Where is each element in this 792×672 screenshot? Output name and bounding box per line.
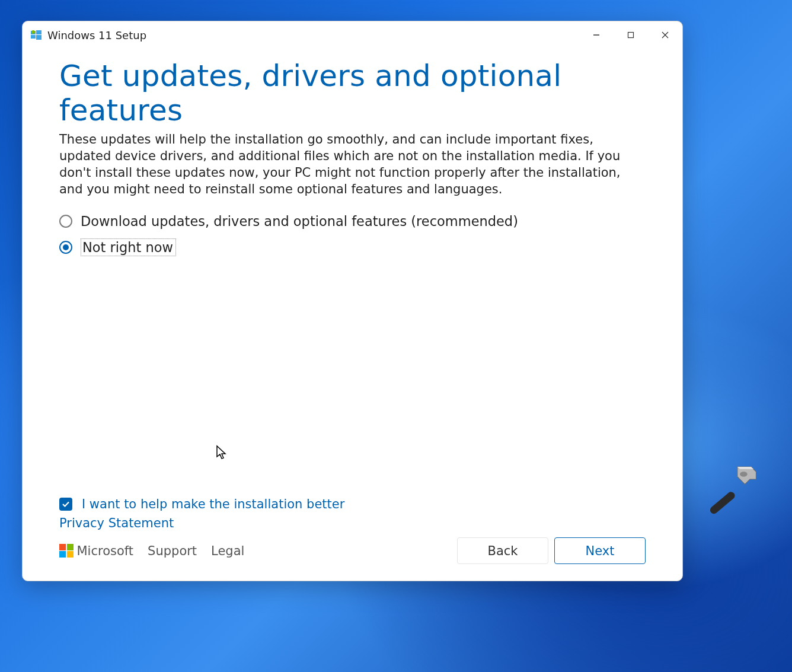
- svg-rect-3: [36, 35, 41, 40]
- navigation-buttons: Back Next: [457, 537, 646, 564]
- support-link[interactable]: Support: [148, 544, 197, 558]
- svg-rect-1: [36, 30, 41, 34]
- titlebar[interactable]: Windows 11 Setup: [23, 21, 682, 49]
- page-description: These updates will help the installation…: [59, 131, 646, 198]
- svg-rect-2: [31, 35, 36, 39]
- svg-point-4: [31, 30, 35, 34]
- next-button[interactable]: Next: [554, 537, 646, 564]
- minimize-button[interactable]: [579, 21, 614, 49]
- back-button[interactable]: Back: [457, 537, 548, 564]
- radio-unchecked-icon: [59, 215, 72, 228]
- option-not-now-label: Not right now: [81, 238, 176, 256]
- help-checkbox-label: I want to help make the installation bet…: [82, 497, 344, 511]
- option-download-updates[interactable]: Download updates, drivers and optional f…: [59, 214, 646, 229]
- option-not-right-now[interactable]: Not right now: [59, 238, 646, 256]
- help-checkbox-row[interactable]: I want to help make the installation bet…: [59, 497, 646, 511]
- svg-rect-6: [628, 33, 634, 38]
- setup-window: Windows 11 Setup Get updates, drivers an…: [22, 21, 683, 581]
- maximize-button[interactable]: [614, 21, 648, 49]
- microsoft-logo-icon: [59, 544, 74, 558]
- page-heading: Get updates, drivers and optional featur…: [59, 59, 646, 128]
- window-controls: [579, 21, 682, 49]
- window-title: Windows 11 Setup: [47, 29, 146, 42]
- footer-links: Microsoft Support Legal: [59, 544, 244, 558]
- radio-checked-icon: [59, 241, 72, 254]
- setup-app-icon: [31, 30, 41, 40]
- close-button[interactable]: [648, 21, 682, 49]
- mouse-cursor-icon: [216, 445, 228, 461]
- microsoft-label: Microsoft: [77, 544, 134, 558]
- content-area: Get updates, drivers and optional featur…: [23, 49, 682, 497]
- footer-area: I want to help make the installation bet…: [23, 497, 682, 581]
- legal-link[interactable]: Legal: [211, 544, 244, 558]
- option-download-label: Download updates, drivers and optional f…: [81, 214, 518, 229]
- microsoft-logo[interactable]: Microsoft: [59, 544, 133, 558]
- checkbox-checked-icon: [59, 498, 72, 511]
- privacy-statement-link[interactable]: Privacy Statement: [59, 516, 174, 530]
